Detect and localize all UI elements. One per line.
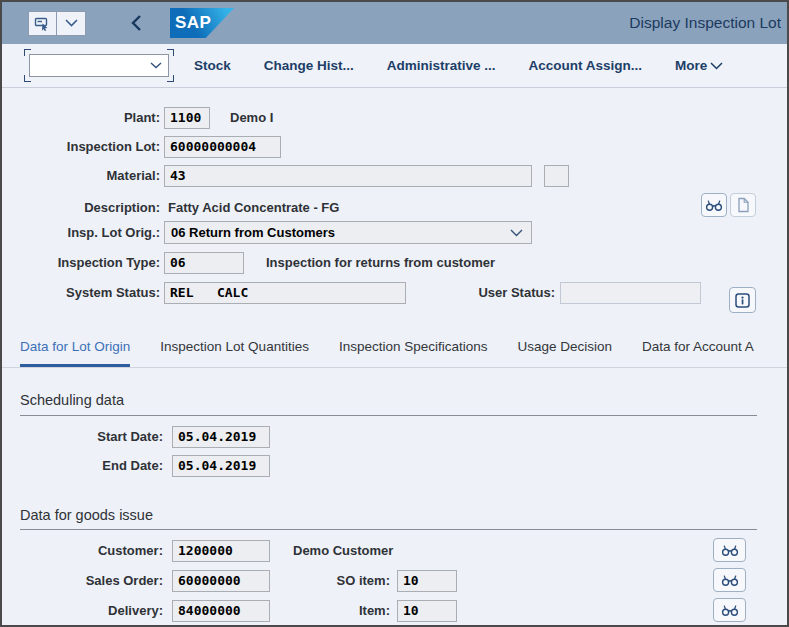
- sales-order-display-button[interactable]: [713, 568, 746, 592]
- services-for-object-button[interactable]: [28, 11, 57, 36]
- tab-strip: Data for Lot Origin Inspection Lot Quant…: [2, 329, 787, 368]
- display-material-button[interactable]: [701, 193, 727, 217]
- material-label: Material:: [2, 168, 160, 183]
- inspection-lot-label: Inspection Lot:: [2, 139, 160, 154]
- chevron-down-icon: [510, 229, 523, 237]
- start-date-label: Start Date:: [2, 429, 163, 444]
- menu-item-account-assignment[interactable]: Account Assign...: [529, 58, 643, 73]
- info-icon: [734, 292, 751, 309]
- inspection-lot-field[interactable]: 60000000004: [164, 136, 281, 158]
- description-row: Description: Fatty Acid Concentrate - FG: [2, 196, 762, 219]
- chevron-down-icon: [65, 19, 78, 27]
- material-document-button[interactable]: [730, 193, 756, 217]
- command-field-focus: [24, 49, 174, 82]
- item-field[interactable]: 10: [397, 600, 457, 622]
- customer-field[interactable]: 1200000: [172, 540, 270, 562]
- insp-lot-orig-label: Insp. Lot Orig.:: [2, 225, 160, 240]
- customer-label: Customer:: [2, 543, 163, 558]
- tab-inspection-specifications[interactable]: Inspection Specifications: [339, 339, 488, 367]
- document-icon: [735, 197, 751, 213]
- customer-row: Customer: 1200000 Demo Customer: [2, 539, 762, 562]
- focus-corner: [167, 75, 174, 82]
- user-status-field[interactable]: [560, 282, 701, 304]
- plant-label: Plant:: [2, 110, 160, 125]
- screen-cursor-icon: [34, 15, 51, 32]
- status-row: System Status: REL CALC User Status:: [2, 281, 762, 304]
- material-extra-field[interactable]: [544, 165, 569, 187]
- end-date-row: End Date: 05.04.2019: [2, 454, 762, 477]
- goods-issue-section-divider: [20, 529, 757, 530]
- sales-order-field[interactable]: 60000000: [172, 570, 270, 592]
- customer-display-button[interactable]: [713, 538, 746, 562]
- status-info-button[interactable]: [729, 287, 756, 313]
- menu-item-administrative[interactable]: Administrative ...: [387, 58, 496, 73]
- focus-corner: [167, 49, 174, 56]
- application-toolbar: Stock Change Hist... Administrative ... …: [2, 44, 787, 88]
- material-field[interactable]: 43: [164, 165, 532, 187]
- inspection-type-row: Inspection Type: 06 Inspection for retur…: [2, 251, 762, 274]
- delivery-display-button[interactable]: [713, 598, 746, 622]
- insp-lot-orig-value: 06 Return from Customers: [171, 225, 335, 240]
- header-bar: SAP Display Inspection Lot: [2, 2, 787, 44]
- app-window: SAP Display Inspection Lot Stock Change …: [0, 0, 789, 627]
- sap-logo-text: SAP: [170, 13, 211, 33]
- plant-field[interactable]: 1100: [164, 107, 210, 129]
- focus-corner: [24, 75, 31, 82]
- chevron-left-icon: [130, 14, 142, 32]
- inspection-type-label: Inspection Type:: [2, 255, 160, 270]
- menu-item-stock[interactable]: Stock: [194, 58, 231, 73]
- item-label: Item:: [280, 603, 390, 618]
- tab-data-for-lot-origin[interactable]: Data for Lot Origin: [20, 339, 130, 367]
- focus-corner: [24, 49, 31, 56]
- gui-services-group: [28, 11, 86, 36]
- tab-data-for-account-assignment[interactable]: Data for Account A: [642, 339, 754, 367]
- end-date-label: End Date:: [2, 458, 163, 473]
- binoculars-icon: [705, 198, 723, 212]
- menu-item-change-history[interactable]: Change Hist...: [264, 58, 354, 73]
- end-date-field[interactable]: 05.04.2019: [172, 455, 270, 477]
- command-combobox[interactable]: [29, 54, 169, 77]
- binoculars-icon: [721, 603, 739, 617]
- delivery-label: Delivery:: [2, 603, 163, 618]
- insp-lot-orig-dropdown[interactable]: 06 Return from Customers: [164, 221, 532, 244]
- menu-item-more[interactable]: More: [675, 58, 723, 73]
- start-date-field[interactable]: 05.04.2019: [172, 426, 270, 448]
- inspection-type-description: Inspection for returns from customer: [266, 255, 495, 270]
- material-row: Material: 43: [2, 164, 762, 187]
- sales-order-label: Sales Order:: [2, 573, 163, 588]
- inspection-lot-row: Inspection Lot: 60000000004: [2, 135, 762, 158]
- inspection-type-field[interactable]: 06: [164, 252, 244, 274]
- chevron-down-icon: [150, 62, 162, 69]
- plant-description: Demo I: [230, 110, 273, 125]
- so-item-field[interactable]: 10: [397, 570, 457, 592]
- scheduling-section-heading: Scheduling data: [20, 392, 124, 408]
- customer-description: Demo Customer: [293, 543, 393, 558]
- goods-issue-section-heading: Data for goods issue: [20, 507, 153, 523]
- tab-inspection-lot-quantities[interactable]: Inspection Lot Quantities: [160, 339, 309, 367]
- plant-row: Plant: 1100 Demo I: [2, 106, 762, 129]
- main-content: Plant: 1100 Demo I Inspection Lot: 60000…: [2, 89, 787, 625]
- toolbar-menu: Stock Change Hist... Administrative ... …: [194, 58, 723, 73]
- user-status-label: User Status:: [392, 285, 555, 300]
- more-label: More: [675, 58, 707, 73]
- description-label: Description:: [2, 200, 160, 215]
- page-title: Display Inspection Lot: [629, 14, 787, 32]
- chevron-down-icon: [710, 62, 723, 70]
- sap-logo: SAP: [170, 8, 234, 38]
- back-button[interactable]: [130, 14, 142, 32]
- insp-lot-orig-row: Insp. Lot Orig.: 06 Return from Customer…: [2, 221, 762, 244]
- description-value: Fatty Acid Concentrate - FG: [168, 200, 339, 215]
- delivery-field[interactable]: 84000000: [172, 600, 270, 622]
- scheduling-section-divider: [20, 415, 757, 416]
- tab-usage-decision[interactable]: Usage Decision: [518, 339, 613, 367]
- so-item-label: SO item:: [280, 573, 390, 588]
- start-date-row: Start Date: 05.04.2019: [2, 425, 762, 448]
- description-actions: [701, 193, 756, 217]
- services-dropdown-button[interactable]: [57, 11, 86, 36]
- sales-order-row: Sales Order: 60000000 SO item: 10: [2, 569, 762, 592]
- binoculars-icon: [721, 573, 739, 587]
- binoculars-icon: [721, 543, 739, 557]
- system-status-field[interactable]: REL CALC: [164, 282, 406, 304]
- delivery-row: Delivery: 84000000 Item: 10: [2, 599, 762, 622]
- system-status-label: System Status:: [2, 285, 160, 300]
